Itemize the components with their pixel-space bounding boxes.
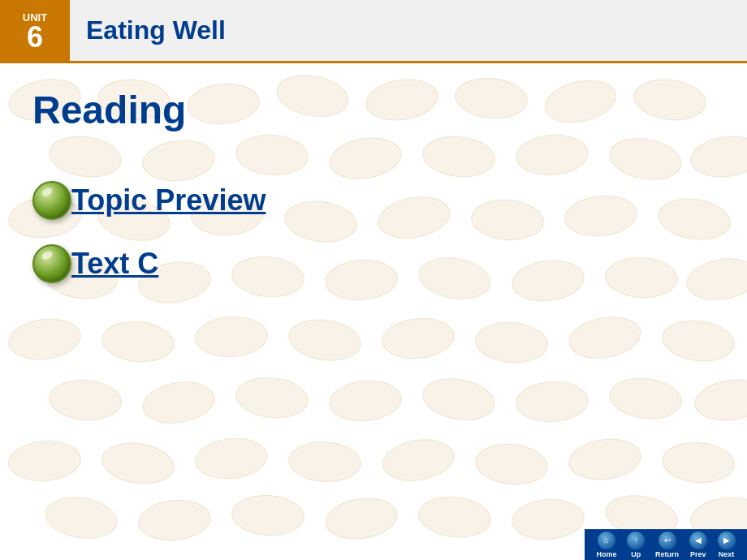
next-label: Next — [719, 550, 735, 558]
return-label: Return — [655, 550, 679, 558]
unit-badge: UNIT 6 — [0, 0, 70, 63]
topic-preview-item[interactable]: Topic Preview — [32, 181, 715, 220]
home-label: Home — [596, 550, 616, 558]
content-area: Reading Topic Preview Text C — [0, 63, 747, 332]
prev-icon: ◀ — [689, 532, 707, 549]
home-icon: ⌂ — [598, 532, 615, 549]
header-title: Eating Well — [86, 15, 226, 45]
topic-preview-bullet-icon — [32, 181, 71, 220]
prev-button[interactable]: ◀ Prev — [689, 532, 707, 558]
next-icon: ▶ — [718, 532, 736, 549]
home-button[interactable]: ⌂ Home — [596, 532, 616, 558]
prev-label: Prev — [690, 550, 706, 558]
header: UNIT 6 Eating Well — [0, 0, 747, 63]
text-c-bullet-icon — [32, 244, 71, 283]
main-content: Reading Topic Preview Text C ⌂ Home ↑ Up… — [0, 63, 747, 560]
return-icon: ↩ — [658, 532, 676, 549]
up-icon: ↑ — [627, 532, 645, 549]
text-c-item[interactable]: Text C — [32, 244, 715, 283]
up-button[interactable]: ↑ Up — [627, 532, 645, 558]
header-title-area: Eating Well — [70, 0, 747, 63]
unit-number: 6 — [27, 23, 43, 52]
footer-navigation: ⌂ Home ↑ Up ↩ Return ◀ Prev ▶ Next — [585, 529, 747, 560]
next-button[interactable]: ▶ Next — [718, 532, 736, 558]
text-c-link[interactable]: Text C — [71, 247, 158, 281]
return-button[interactable]: ↩ Return — [655, 532, 679, 558]
page-heading: Reading — [32, 88, 715, 132]
up-label: Up — [631, 550, 641, 558]
topic-preview-link[interactable]: Topic Preview — [71, 183, 266, 218]
